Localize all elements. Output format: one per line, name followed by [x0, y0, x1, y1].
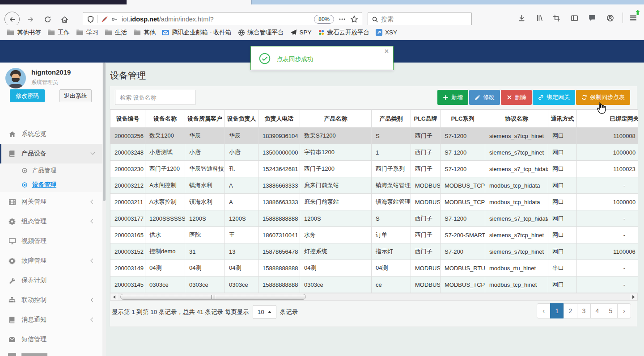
sidebar-item[interactable]: 短信管理	[0, 330, 102, 349]
column-header[interactable]: 协议名称	[485, 110, 548, 128]
table-cell: 小唐	[185, 144, 225, 161]
action-button[interactable]: 删除	[501, 90, 532, 105]
page-number[interactable]: 3	[577, 303, 591, 318]
table-row[interactable]: 200003165供水医院王18607310041水务订单西门子S7-200-S…	[110, 227, 638, 243]
sidebar-item[interactable]: 网关管理	[0, 192, 102, 212]
column-header[interactable]: PLC品牌	[411, 110, 441, 128]
url-bar[interactable]: iot.idosp.net/admin/index.html? 80%	[83, 12, 362, 26]
device-search-input[interactable]	[115, 90, 195, 105]
folder-icon	[76, 29, 84, 36]
scroll-left-button[interactable]	[110, 293, 118, 300]
sidebar-item[interactable]: 系统总览	[0, 124, 102, 144]
column-header[interactable]: 已绑定网关	[577, 110, 638, 128]
sidebar-item[interactable]: 联动控制	[0, 290, 102, 310]
reload-button[interactable]	[42, 14, 53, 25]
table-cell: A	[225, 177, 258, 194]
scrollbar-thumb[interactable]	[103, 63, 106, 201]
action-button[interactable]: 绑定网关	[533, 90, 575, 105]
table-row[interactable]: 200003248小唐测试小唐小唐13500000000字符串12001西门子S…	[110, 144, 638, 161]
sidebar-item[interactable]: 视频管理	[0, 231, 102, 251]
pocket-message-icon[interactable]	[588, 13, 597, 22]
table-cell: 网口	[548, 276, 577, 293]
sidebar-item[interactable]: 设备管理	[0, 178, 102, 192]
bookmark-item[interactable]: 其他书签	[4, 27, 44, 38]
bookmark-item[interactable]: 腾讯企业邮箱 - 收件箱	[159, 27, 235, 38]
column-header[interactable]: 通讯方式	[548, 110, 577, 128]
action-button[interactable]: 强制同步点表	[576, 90, 630, 105]
plane-icon	[290, 29, 297, 36]
browser-home-button[interactable]	[59, 14, 70, 25]
sidebar-item[interactable]: 产品管理	[0, 163, 102, 178]
column-header[interactable]: 设备负责人	[225, 110, 258, 128]
blocked-content-icon[interactable]	[101, 16, 108, 23]
table-row[interactable]: 200003230西门子1200华辰智通科技孔15243642681西门子120…	[110, 161, 638, 177]
table-cell: 1200S	[185, 210, 225, 227]
bookmark-star-icon[interactable]	[350, 15, 358, 23]
change-password-button[interactable]: 修改密码	[10, 89, 45, 102]
action-button[interactable]: 修改	[469, 90, 500, 105]
account-icon[interactable]	[606, 13, 614, 22]
column-header[interactable]: 设备名称	[145, 110, 185, 128]
action-button[interactable]: 新增	[437, 90, 468, 105]
sidebar-item[interactable]: 产品设备	[0, 144, 102, 163]
forward-button[interactable]	[25, 14, 36, 25]
bookmark-item[interactable]: 其他	[130, 27, 159, 38]
page-number[interactable]: 5	[604, 303, 618, 318]
column-header[interactable]: PLC系列	[441, 110, 485, 128]
sidebar-item[interactable]: 保养计划	[0, 271, 102, 290]
zoom-level-badge[interactable]: 80%	[314, 15, 334, 24]
table-cell: siemens_s7tcp_hinet	[485, 128, 548, 144]
bookmark-item[interactable]: 学习	[73, 27, 102, 38]
scrollbar-thumb[interactable]	[120, 294, 306, 300]
screenshot-icon[interactable]	[552, 13, 561, 22]
table-cell: S	[372, 210, 411, 227]
downloads-icon[interactable]	[517, 13, 526, 22]
logout-button[interactable]: 退出系统	[59, 89, 92, 102]
page-next[interactable]: ›	[617, 303, 631, 318]
table-cell: 字符串1200	[300, 144, 372, 161]
page-actions-icon[interactable]	[339, 16, 346, 23]
table-row[interactable]: 200003152控制demo311315878656478灯控系统指示灯西门子…	[110, 243, 638, 260]
shield-icon[interactable]	[87, 16, 94, 23]
sidebar-item-label: 产品管理	[32, 167, 56, 175]
toast-close-icon[interactable]: ×	[385, 47, 389, 55]
bookmark-item[interactable]: 生活	[102, 27, 130, 38]
back-button[interactable]	[4, 12, 20, 27]
sidebar-item-partial[interactable]	[0, 349, 102, 356]
sidebar-item[interactable]: 故障管理	[0, 251, 102, 271]
table-row[interactable]: 20000314904测04测04测1588888888804测04测MODBU…	[110, 260, 638, 276]
column-header[interactable]: 设备编号	[110, 110, 145, 128]
bookmark-item[interactable]: XSY	[373, 27, 400, 38]
table-cell: 15888888888	[258, 276, 300, 293]
page-number[interactable]: 2	[564, 303, 577, 318]
page-number[interactable]: 1	[550, 303, 564, 318]
horizontal-scrollbar[interactable]	[110, 293, 638, 301]
table-row[interactable]: 200003212A水闸控制镇海水利A13886663333庶来门前泵站镇海泵站…	[110, 177, 638, 194]
column-header[interactable]: 产品类别	[372, 110, 411, 128]
column-header[interactable]: 负责人电话	[258, 110, 300, 128]
bookmark-item[interactable]: 工作	[44, 27, 73, 38]
column-header[interactable]: 设备所属客户	[185, 110, 225, 128]
library-icon[interactable]	[535, 13, 544, 22]
bookmark-item[interactable]: 萤石云开放平台	[315, 27, 373, 38]
page-size-dropdown[interactable]: 10	[253, 305, 276, 319]
sidebar-scrollbar[interactable]	[102, 63, 106, 356]
column-header[interactable]: 产品名称	[300, 110, 372, 128]
table-row[interactable]: 2000031450303ce0303ce0303ce1588888888803…	[110, 276, 638, 293]
table-cell: -	[577, 227, 638, 243]
sidebars-icon[interactable]	[570, 13, 579, 22]
page-number[interactable]: 4	[590, 303, 604, 318]
browser-search-input[interactable]	[381, 16, 457, 23]
table-row[interactable]: 200003211A水泵控制镇海水利A13886663333庶来门前泵站镇海泵站…	[110, 194, 638, 210]
bookmark-item[interactable]: 综合管理平台	[235, 27, 287, 38]
page-prev[interactable]: ‹	[537, 303, 551, 318]
sidebar-item[interactable]: 组态管理	[0, 212, 102, 231]
sidebar-item[interactable]: 消息通知	[0, 310, 102, 330]
browser-search-box[interactable]	[368, 12, 472, 26]
table-row[interactable]: 200003256数采1200华辰华辰18390936104数采S71200S西…	[110, 128, 638, 144]
bookmark-item[interactable]: SPY	[287, 27, 315, 38]
sidebar-item-label: 系统总览	[21, 130, 47, 138]
scroll-right-button[interactable]	[630, 293, 637, 300]
table-row[interactable]: 2000031771200SSSSSS1200S1200S15888888888…	[110, 210, 638, 227]
permissions-icon[interactable]	[111, 16, 118, 23]
